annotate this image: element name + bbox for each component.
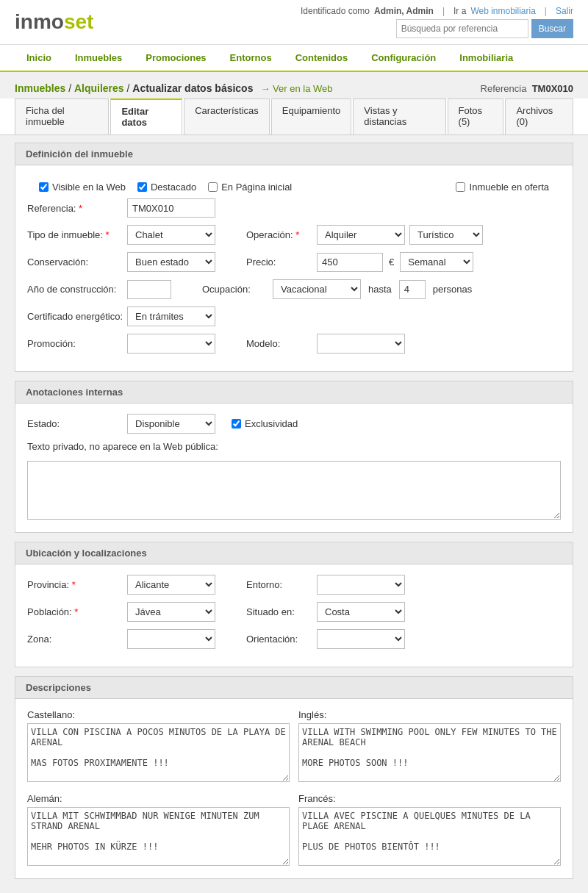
promocion-label: Promoción:: [27, 338, 123, 349]
definicion-header: Definición del inmueble: [15, 143, 573, 165]
orientacion-label: Orientación:: [246, 634, 312, 645]
situado-en-select[interactable]: Costa Montaña Ciudad Campo: [317, 602, 405, 622]
operacion-type-select[interactable]: Turístico Residencial Vacacional: [409, 225, 483, 245]
referencia-row: Referencia: *: [27, 198, 561, 218]
page-header: Inmuebles / Alquileres / Actualizar dato…: [0, 72, 588, 98]
nav-link-entornos[interactable]: Entornos: [218, 45, 284, 71]
aleman-label: Alemán:: [27, 793, 290, 804]
private-text-area[interactable]: [27, 461, 561, 520]
nav-link-configuracion[interactable]: Configuración: [359, 45, 448, 71]
breadcrumb-current: Actualizar datos básicos: [132, 82, 253, 94]
tab-editar[interactable]: Editar datos: [110, 98, 182, 135]
desc-ingles: Inglés: VILLA WITH SWIMMING POOL ONLY FE…: [298, 709, 561, 784]
referencia-label: Referencia: [481, 83, 527, 94]
tipo-select[interactable]: Chalet Apartamento Villa Casa: [127, 225, 215, 245]
salir-link[interactable]: Salir: [556, 6, 573, 16]
frances-label: Francés:: [298, 793, 561, 804]
ubicacion-header: Ubicación y localizaciones: [15, 542, 573, 564]
nav-link-contenidos[interactable]: Contenidos: [284, 45, 360, 71]
nav-list: Inicio Inmuebles Promociones Entornos Co…: [15, 45, 573, 71]
promocion-modelo-row: Promoción: Modelo:: [27, 334, 561, 354]
web-inmobiliaria-link[interactable]: Web inmobiliaria: [470, 6, 535, 16]
ver-en-web-link[interactable]: → Ver en la Web: [260, 83, 332, 94]
header: inmoset Identificado como Admin, Admin |…: [0, 0, 588, 45]
desc-grid: Castellano: VILLA CON PISCINA A POCOS MI…: [27, 709, 561, 868]
breadcrumb-inmuebles[interactable]: Inmuebles: [15, 82, 65, 94]
anotaciones-body: Estado: Disponible Reservado Vendido No …: [15, 404, 573, 532]
definicion-section: Definición del inmueble Visible en la We…: [15, 143, 573, 372]
top-links: Identificado como Admin, Admin | Ir a We…: [301, 6, 573, 16]
pagina-inicial-label: En Página inicial: [221, 182, 292, 193]
zona-select[interactable]: [127, 629, 215, 649]
tab-fotos[interactable]: Fotos (5): [448, 98, 504, 135]
estado-select[interactable]: Disponible Reservado Vendido No disponib…: [127, 414, 215, 434]
nav-link-inmobiliaria[interactable]: Inmobiliaria: [448, 45, 525, 71]
conservacion-precio-row: Conservación: Buen estado A reformar Nue…: [27, 252, 561, 272]
certificado-select[interactable]: En trámites ABCDEFG: [127, 306, 215, 326]
entorno-label: Entorno:: [246, 579, 312, 590]
modelo-label: Modelo:: [246, 338, 312, 349]
destacado-item[interactable]: Destacado: [137, 182, 196, 193]
zona-orientacion-row: Zona: Orientación: NorteSurEsteOeste: [27, 629, 561, 649]
anio-ocupacion-row: Año de construcción: Ocupación: Vacacion…: [27, 279, 561, 299]
frances-textarea[interactable]: VILLA AVEC PISCINE A QUELQUES MINUTES DE…: [298, 807, 561, 866]
header-right: Identificado como Admin, Admin | Ir a We…: [301, 6, 573, 38]
nav-link-inmuebles[interactable]: Inmuebles: [63, 45, 134, 71]
logo-set: set: [64, 10, 93, 33]
nav-item-promociones: Promociones: [134, 45, 218, 71]
nav: Inicio Inmuebles Promociones Entornos Co…: [0, 45, 588, 72]
tab-vistas[interactable]: Vistas y distancias: [353, 98, 445, 135]
breadcrumb-alquileres[interactable]: Alquileres: [74, 82, 124, 94]
private-text-label: Texto privado, no aparece en la Web públ…: [27, 441, 561, 452]
visible-web-checkbox[interactable]: [39, 182, 49, 192]
precio-label: Precio:: [246, 257, 312, 268]
operacion-select[interactable]: Alquiler Venta Traspaso: [317, 225, 405, 245]
nav-link-promociones[interactable]: Promociones: [134, 45, 218, 71]
tab-caracteristicas[interactable]: Características: [184, 98, 270, 135]
provincia-label: Provincia: *: [27, 579, 123, 590]
precio-period-select[interactable]: Semanal Mensual Diario Anual: [400, 252, 473, 272]
search-input[interactable]: [396, 19, 528, 38]
hasta-label: hasta: [368, 284, 392, 295]
descripciones-header: Descripciones: [15, 677, 573, 699]
main: Definición del inmueble Visible en la We…: [0, 143, 588, 893]
aleman-textarea[interactable]: VILLA MIT SCHWIMMBAD NUR WENIGE MINUTEN …: [27, 807, 290, 866]
ingles-textarea[interactable]: VILLA WITH SWIMMING POOL ONLY FEW MINUTE…: [298, 723, 561, 782]
exclusividad-item[interactable]: Exclusividad: [232, 418, 298, 429]
provincia-select[interactable]: Alicante Valencia Murcia: [127, 575, 215, 595]
promocion-select[interactable]: [127, 334, 215, 354]
pagina-inicial-checkbox[interactable]: [208, 182, 218, 192]
breadcrumb: Inmuebles / Alquileres / Actualizar dato…: [15, 82, 253, 94]
modelo-select[interactable]: [317, 334, 405, 354]
entorno-select[interactable]: [317, 575, 405, 595]
ubicacion-section: Ubicación y localizaciones Provincia: * …: [15, 542, 573, 667]
tipo-label: Tipo de inmueble: *: [27, 229, 123, 240]
anotaciones-section: Anotaciones internas Estado: Disponible …: [15, 381, 573, 533]
inmueble-oferta-checkbox[interactable]: [456, 182, 465, 192]
visible-web-item[interactable]: Visible en la Web: [39, 182, 126, 193]
destacado-checkbox[interactable]: [137, 182, 147, 192]
buscar-button[interactable]: Buscar: [531, 19, 573, 38]
separator2: |: [545, 6, 547, 16]
exclusividad-checkbox[interactable]: [232, 419, 241, 428]
pagina-inicial-item[interactable]: En Página inicial: [208, 182, 292, 193]
referencia-input[interactable]: [127, 198, 215, 218]
precio-input[interactable]: [317, 253, 383, 272]
anio-input[interactable]: [127, 280, 171, 299]
logo-text: inmoset: [15, 10, 93, 34]
anotaciones-header: Anotaciones internas: [15, 381, 573, 404]
tab-archivos[interactable]: Archivos (0): [505, 98, 573, 135]
estado-row: Estado: Disponible Reservado Vendido No …: [27, 414, 561, 434]
orientacion-select[interactable]: NorteSurEsteOeste: [317, 629, 405, 649]
ocupacion-select[interactable]: Vacacional Habitual Temporal: [273, 279, 361, 299]
nav-link-inicio[interactable]: Inicio: [15, 45, 63, 71]
castellano-textarea[interactable]: VILLA CON PISCINA A POCOS MINUTOS DE LA …: [27, 723, 290, 782]
personas-label: personas: [433, 284, 472, 295]
conservacion-select[interactable]: Buen estado A reformar Nuevo Reformado: [127, 252, 215, 272]
definicion-body: Visible en la Web Destacado En Página in…: [15, 165, 573, 371]
personas-input[interactable]: [399, 280, 426, 299]
provincia-entorno-row: Provincia: * Alicante Valencia Murcia En…: [27, 575, 561, 595]
tab-equipamiento[interactable]: Equipamiento: [271, 98, 352, 135]
poblacion-select[interactable]: Jávea Denia Calpe: [127, 602, 215, 622]
tab-ficha[interactable]: Ficha del inmueble: [15, 98, 109, 135]
